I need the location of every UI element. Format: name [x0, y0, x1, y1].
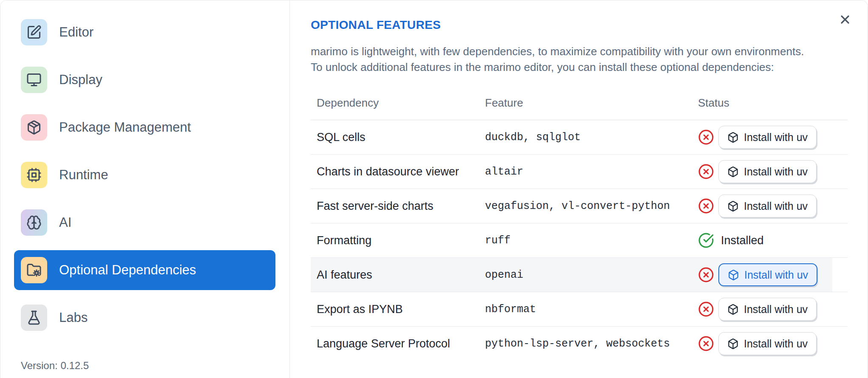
box-icon [728, 269, 739, 281]
circle-x-icon [698, 129, 714, 145]
install-with-uv-button[interactable]: Install with uv [718, 126, 817, 149]
settings-sidebar: Editor Display Package Management Runtim… [0, 0, 290, 378]
sidebar-item-ai[interactable]: AI [14, 203, 275, 243]
settings-dialog: Editor Display Package Management Runtim… [0, 0, 868, 378]
dependency-name: Formatting [311, 223, 485, 258]
version-label: Version: 0.12.5 [21, 360, 289, 372]
circle-check-icon [698, 232, 714, 248]
sidebar-item-label: Editor [59, 25, 94, 40]
sidebar-item-optional-dependencies[interactable]: Optional Dependencies [14, 250, 275, 290]
circle-x-icon [698, 267, 714, 283]
sidebar-item-label: Optional Dependencies [59, 262, 196, 278]
folder-cog-icon [21, 257, 47, 283]
feature-packages: vegafusion, vl-convert-python [485, 189, 698, 223]
feature-packages: altair [485, 155, 698, 189]
feature-packages: python-lsp-server, websockets [485, 327, 698, 361]
column-header-status: Status [698, 85, 848, 120]
dependency-name: Export as IPYNB [311, 292, 485, 327]
feature-packages: openai [485, 258, 698, 292]
monitor-icon [21, 67, 47, 93]
dependency-name: Charts in datasource viewer [311, 155, 485, 189]
sidebar-item-package-management[interactable]: Package Management [14, 107, 275, 147]
page-title: OPTIONAL FEATURES [311, 18, 848, 32]
square-pen-icon [21, 19, 47, 45]
install-with-uv-button[interactable]: Install with uv [718, 160, 817, 183]
close-button[interactable] [837, 11, 853, 28]
x-icon [838, 13, 852, 26]
sidebar-item-label: AI [59, 215, 71, 230]
cpu-icon [21, 162, 47, 188]
install-with-uv-button[interactable]: Install with uv [718, 263, 817, 286]
dependency-name: SQL cells [311, 120, 485, 155]
box-icon [727, 200, 739, 212]
circle-x-icon [698, 336, 714, 352]
sidebar-item-editor[interactable]: Editor [14, 12, 275, 52]
description-line-2: To unlock additional features in the mar… [311, 61, 774, 73]
description: marimo is lightweight, with few dependen… [311, 44, 848, 75]
box-icon [727, 338, 739, 350]
box-icon [727, 166, 739, 178]
sidebar-item-label: Package Management [59, 120, 191, 135]
table-row: Export as IPYNB nbformat Install with uv [311, 292, 848, 327]
install-with-uv-button[interactable]: Install with uv [718, 332, 817, 355]
circle-x-icon [698, 301, 714, 317]
feature-packages: nbformat [485, 292, 698, 327]
table-row: Formatting ruff Installed [311, 223, 848, 258]
column-header-dependency: Dependency [311, 85, 485, 120]
installed-status-label: Installed [721, 234, 764, 247]
flask-icon [21, 305, 47, 331]
sidebar-item-label: Display [59, 72, 102, 87]
sidebar-item-display[interactable]: Display [14, 60, 275, 100]
box-icon [727, 132, 739, 143]
install-with-uv-button[interactable]: Install with uv [718, 298, 817, 321]
package-icon [21, 114, 47, 141]
feature-packages: duckdb, sqlglot [485, 120, 698, 155]
feature-packages: ruff [485, 223, 698, 258]
table-row: Fast server-side charts vegafusion, vl-c… [311, 189, 848, 223]
optional-features-panel: OPTIONAL FEATURES marimo is lightweight,… [290, 0, 868, 378]
sidebar-item-label: Runtime [59, 167, 108, 183]
table-row: SQL cells duckdb, sqlglot Install with u… [311, 120, 848, 155]
description-line-1: marimo is lightweight, with few dependen… [311, 45, 804, 58]
circle-x-icon [698, 198, 714, 214]
table-row: Language Server Protocol python-lsp-serv… [311, 327, 848, 361]
table-row: AI features openai Install with uv [311, 258, 848, 292]
box-icon [727, 304, 739, 315]
brain-icon [21, 209, 47, 236]
sidebar-item-labs[interactable]: Labs [14, 298, 275, 338]
dependency-name: Fast server-side charts [311, 189, 485, 223]
install-with-uv-button[interactable]: Install with uv [718, 195, 817, 217]
dependency-name: AI features [311, 258, 485, 292]
optional-features-table: Dependency Feature Status SQL cells duck… [311, 85, 848, 361]
sidebar-item-runtime[interactable]: Runtime [14, 155, 275, 195]
table-row: Charts in datasource viewer altair Insta… [311, 155, 848, 189]
circle-x-icon [698, 164, 714, 180]
table-header-row: Dependency Feature Status [311, 85, 848, 120]
dependency-name: Language Server Protocol [311, 327, 485, 361]
column-header-feature: Feature [485, 85, 698, 120]
sidebar-item-label: Labs [59, 310, 88, 325]
